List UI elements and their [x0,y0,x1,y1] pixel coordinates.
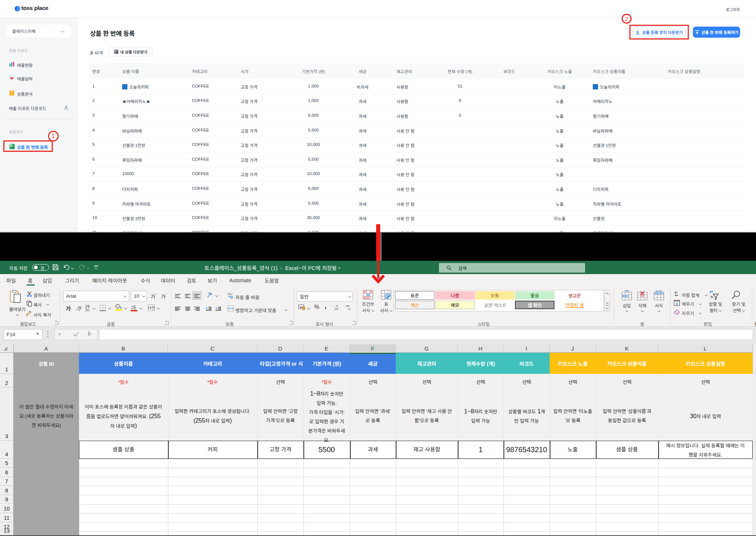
svg-text:→0: →0 [346,307,351,310]
svg-text:ㅎ: ㅎ [710,294,714,300]
svg-text:가: 가 [208,292,210,295]
svg-text:.00: .00 [334,307,339,310]
svg-text:₩: ₩ [300,305,303,309]
svg-text:내천: 내천 [148,305,155,310]
svg-text:₩: ₩ [10,76,14,80]
svg-text:가나: 가나 [227,293,233,296]
